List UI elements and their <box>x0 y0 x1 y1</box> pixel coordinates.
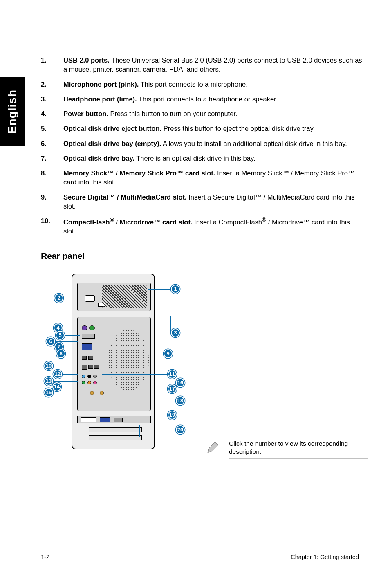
item-title: CompactFlash® / Microdrive™ card slot. <box>63 218 192 226</box>
coax-port-icon <box>90 391 94 395</box>
vga-card-port-icon <box>100 417 110 422</box>
callout-16[interactable]: 16 <box>176 378 185 387</box>
item-number: 9. <box>41 193 63 211</box>
list-item: 10.CompactFlash® / Microdrive™ card slot… <box>41 216 364 236</box>
lead-line <box>94 333 171 334</box>
lead-line <box>170 316 171 333</box>
lead-line <box>65 335 80 336</box>
lead-line <box>62 374 78 375</box>
vga-port-icon <box>82 343 92 350</box>
item-title: Microphone port (pink). <box>63 81 139 88</box>
list-item: 4.Power button. Press this button to tur… <box>41 109 364 118</box>
item-text: Allows you to install an additional opti… <box>161 140 347 147</box>
rear-panel-diagram: 1 3 9 11 16 17 18 19 20 2 4 5 <box>41 269 188 458</box>
language-tab-label: English <box>6 90 19 134</box>
audio-jack-icon <box>87 375 91 378</box>
list-item: 3.Headphone port (lime). This port conne… <box>41 94 364 103</box>
item-title: Optical disk drive eject button. <box>63 125 161 132</box>
pencil-icon <box>204 440 221 456</box>
item-text: This port connects to a headphone or spe… <box>137 95 278 103</box>
graphics-card-bracket <box>77 416 151 423</box>
item-text: Press this button to eject the optical d… <box>161 125 315 132</box>
callout-17[interactable]: 17 <box>168 384 177 393</box>
callout-12[interactable]: 12 <box>53 370 62 379</box>
note-box: Click the number to view its correspondi… <box>204 434 368 461</box>
callout-2[interactable]: 2 <box>54 294 63 303</box>
list-item: 1.USB 2.0 ports. These Universal Serial … <box>41 56 364 74</box>
item-desc: Optical disk drive bay. There is an opti… <box>63 154 364 163</box>
psu-box <box>77 283 151 311</box>
rear-panel-heading: Rear panel <box>41 250 364 262</box>
callout-11[interactable]: 11 <box>168 370 177 379</box>
lead-line <box>123 415 168 416</box>
usb-port-icon <box>82 356 87 360</box>
list-item: 2.Microphone port (pink). This port conn… <box>41 80 364 89</box>
item-text: There is an optical disk drive in this b… <box>134 155 256 162</box>
audio-jack-icon <box>82 381 85 384</box>
usb-port-icon <box>94 365 99 369</box>
callout-18[interactable]: 18 <box>176 396 185 405</box>
audio-jack-icon <box>87 381 91 384</box>
list-item: 8.Memory Stick™ / Memory Stick Pro™ card… <box>41 168 364 187</box>
lead-line <box>104 401 176 402</box>
item-desc: Optical disk drive eject button. Press t… <box>63 124 364 133</box>
item-number: 5. <box>41 124 63 133</box>
item-number: 1. <box>41 56 63 74</box>
callout-6[interactable]: 6 <box>46 337 55 346</box>
sup: ® <box>110 217 114 223</box>
rule-line <box>229 458 368 459</box>
item-title: Memory Stick™ / Memory Stick Pro™ card s… <box>63 169 215 177</box>
item-desc: Power button. Press this button to turn … <box>63 109 364 118</box>
item-number: 3. <box>41 94 63 103</box>
page: English 1.USB 2.0 ports. These Universal… <box>0 0 390 588</box>
callout-13[interactable]: 13 <box>44 377 53 386</box>
item-text: Press this button to turn on your comput… <box>108 110 238 117</box>
callout-1[interactable]: 1 <box>171 285 180 294</box>
callout-8[interactable]: 8 <box>56 349 65 358</box>
callout-5[interactable]: 5 <box>56 331 65 340</box>
t: CompactFlash <box>63 218 110 226</box>
usb-port-icon <box>88 356 93 360</box>
footer-page-number: 1-2 <box>41 554 49 560</box>
item-title: Optical disk drive bay (empty). <box>63 140 161 147</box>
tower-outline <box>72 274 155 449</box>
item-desc: CompactFlash® / Microdrive™ card slot. I… <box>63 216 364 236</box>
hdmi-port-icon <box>114 418 123 422</box>
lead-line <box>53 366 78 367</box>
callout-14[interactable]: 14 <box>52 382 61 391</box>
list-item: 5.Optical disk drive eject button. Press… <box>41 124 364 133</box>
item-desc: Secure Digital™ / MultiMediaCard slot. I… <box>63 193 364 211</box>
coax-port-icon <box>100 391 104 395</box>
rule-line <box>229 437 368 437</box>
callout-20[interactable]: 20 <box>176 425 185 434</box>
power-plug-icon <box>85 295 95 302</box>
item-number: 2. <box>41 80 63 89</box>
item-desc: Microphone port (pink). This port connec… <box>63 80 364 89</box>
item-desc: Memory Stick™ / Memory Stick Pro™ card s… <box>63 168 364 187</box>
note-text-wrap: Click the number to view its correspondi… <box>229 434 368 461</box>
note-text: Click the number to view its correspondi… <box>229 440 368 456</box>
item-number: 10. <box>41 216 63 236</box>
dvi-port-icon <box>81 417 96 422</box>
item-number: 7. <box>41 154 63 163</box>
callout-10[interactable]: 10 <box>44 361 53 370</box>
item-desc: USB 2.0 ports. These Universal Serial Bu… <box>63 56 364 74</box>
callout-9[interactable]: 9 <box>164 349 173 358</box>
lead-line <box>53 381 78 382</box>
lead-line <box>61 387 78 388</box>
lead-line <box>102 374 168 375</box>
callout-3[interactable]: 3 <box>171 328 180 337</box>
list-item: 6.Optical disk drive bay (empty). Allows… <box>41 139 364 148</box>
usb-port-icon <box>88 365 93 369</box>
ps2-keyboard-icon <box>82 325 87 330</box>
lead-line <box>63 298 77 299</box>
item-number: 8. <box>41 168 63 187</box>
lead-line <box>63 347 80 348</box>
item-title: Secure Digital™ / MultiMediaCard slot. <box>63 193 187 201</box>
callout-15[interactable]: 15 <box>44 388 53 397</box>
ps2-mouse-icon <box>89 325 95 330</box>
lead-line <box>127 430 176 431</box>
callout-19[interactable]: 19 <box>168 411 177 420</box>
item-text: This port connects to a microphone. <box>139 81 248 88</box>
footer-chapter: Chapter 1: Getting started <box>291 554 359 560</box>
